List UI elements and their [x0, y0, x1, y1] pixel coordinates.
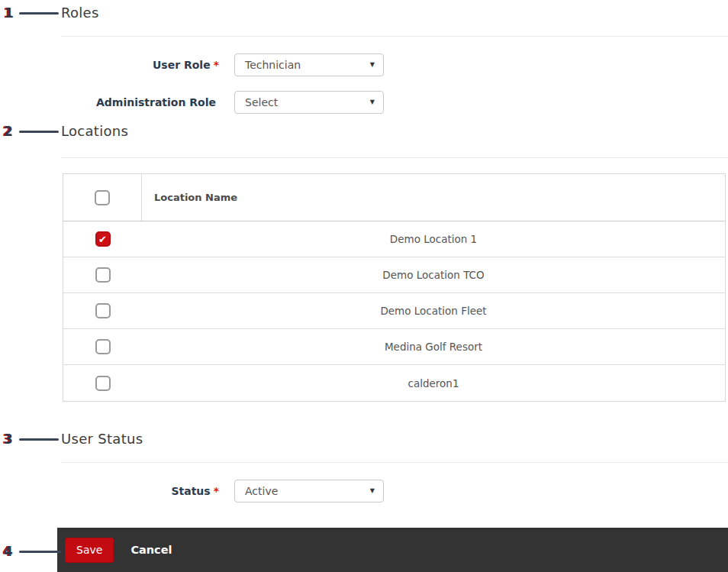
locations-section-heading: Locations: [61, 123, 128, 140]
row-checkbox-cell: ✔: [63, 257, 142, 292]
status-row: Status* Active ▼: [61, 480, 384, 503]
user-role-selected-value: Technician: [245, 54, 301, 76]
user-role-row: User Role* Technician ▼: [61, 53, 384, 76]
location-checkbox[interactable]: ✔: [95, 339, 111, 354]
check-icon: ✔: [98, 234, 107, 244]
locations-table-header: ✔ Location Name: [63, 174, 725, 221]
location-name: calderon1: [142, 365, 725, 401]
table-row[interactable]: ✔ Medina Golf Resort: [63, 329, 725, 365]
dropdown-arrow-icon: ▼: [370, 488, 375, 494]
section-divider: [61, 36, 728, 37]
callout-line-3: [19, 438, 59, 441]
user-form-page: 1 2 3 4 Roles User Role* Technician ▼ Ad…: [0, 0, 728, 572]
dropdown-arrow-icon: ▼: [370, 99, 375, 105]
required-asterisk: *: [214, 59, 219, 71]
administration-role-label: Administration Role: [61, 91, 219, 114]
location-checkbox[interactable]: ✔: [95, 376, 111, 391]
callout-number-4: 4: [4, 544, 13, 559]
user-status-section-heading: User Status: [61, 431, 143, 448]
location-name: Demo Location Fleet: [142, 293, 725, 328]
required-asterisk: *: [214, 485, 219, 497]
roles-section-heading: Roles: [61, 5, 99, 21]
header-checkbox-cell: ✔: [63, 174, 142, 221]
row-checkbox-cell: ✔: [63, 365, 142, 401]
row-checkbox-cell: ✔: [63, 293, 142, 328]
status-select[interactable]: Active ▼: [234, 480, 384, 503]
location-checkbox[interactable]: ✔: [95, 267, 111, 283]
status-label-text: Status: [171, 485, 210, 497]
location-name: Medina Golf Resort: [142, 329, 725, 364]
locations-table: ✔ Location Name ✔ Demo Location 1 ✔ Demo…: [63, 173, 726, 402]
callout-line-4: [19, 551, 61, 553]
callout-number-2: 2: [4, 124, 13, 139]
row-checkbox-cell: ✔: [63, 221, 142, 257]
callout-number-3: 3: [4, 431, 13, 447]
status-selected-value: Active: [245, 480, 278, 502]
administration-role-selected-value: Select: [245, 92, 278, 113]
section-divider: [61, 462, 728, 463]
row-checkbox-cell: ✔: [63, 329, 142, 364]
location-name: Demo Location TCO: [142, 257, 725, 292]
administration-role-label-text: Administration Role: [96, 96, 216, 108]
table-row[interactable]: ✔ Demo Location Fleet: [63, 293, 725, 329]
user-role-label: User Role*: [61, 53, 219, 76]
administration-role-select[interactable]: Select ▼: [234, 91, 384, 114]
location-checkbox[interactable]: ✔: [95, 231, 111, 247]
location-checkbox[interactable]: ✔: [95, 303, 111, 318]
callout-line-2: [19, 131, 59, 133]
cancel-button[interactable]: Cancel: [130, 544, 172, 556]
table-row[interactable]: ✔ calderon1: [63, 365, 725, 401]
select-all-checkbox[interactable]: ✔: [95, 190, 110, 205]
callout-line-1: [19, 12, 59, 15]
table-row[interactable]: ✔ Demo Location TCO: [63, 257, 725, 293]
location-name: Demo Location 1: [142, 221, 725, 257]
table-row[interactable]: ✔ Demo Location 1: [63, 221, 725, 257]
section-divider: [61, 157, 728, 158]
dropdown-arrow-icon: ▼: [370, 62, 375, 68]
save-button[interactable]: Save: [65, 538, 114, 563]
location-name-column-header: Location Name: [142, 174, 725, 221]
administration-role-row: Administration Role Select ▼: [61, 91, 384, 114]
callout-number-1: 1: [5, 5, 14, 21]
user-role-label-text: User Role: [153, 59, 211, 71]
footer-action-bar: Save Cancel: [57, 528, 728, 572]
user-role-select[interactable]: Technician ▼: [234, 53, 384, 76]
status-label: Status*: [61, 480, 219, 503]
